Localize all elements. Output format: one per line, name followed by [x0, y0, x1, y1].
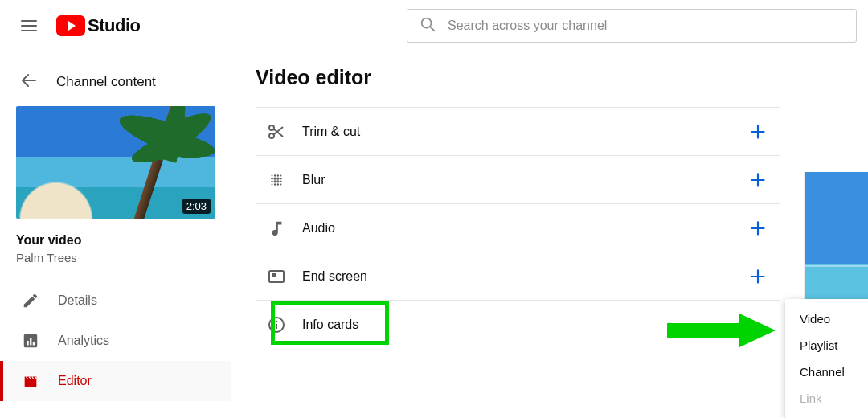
pencil-icon — [21, 291, 40, 310]
menu-item-playlist[interactable]: Playlist — [785, 332, 868, 359]
row-label: Trim & cut — [302, 125, 360, 139]
back-to-channel-content[interactable]: Channel content — [0, 66, 231, 98]
sidebar-item-editor[interactable]: Editor — [0, 361, 231, 401]
logo-text: Studio — [88, 15, 140, 36]
app-header: Studio — [0, 0, 868, 51]
row-blur[interactable]: Blur — [256, 156, 780, 204]
sidebar-item-label: Details — [58, 293, 97, 308]
svg-point-11 — [274, 174, 276, 176]
svg-point-13 — [280, 174, 282, 176]
sidebar: Channel content 2:03 Your video Palm Tre… — [0, 51, 231, 418]
svg-point-18 — [271, 180, 272, 182]
video-title: Palm Trees — [16, 251, 215, 264]
svg-point-10 — [272, 174, 273, 176]
row-audio[interactable]: Audio — [256, 204, 780, 252]
svg-point-17 — [280, 177, 281, 178]
search-icon — [419, 15, 436, 36]
menu-item-channel[interactable]: Channel — [785, 359, 868, 385]
back-label: Channel content — [56, 74, 156, 90]
music-note-icon — [265, 217, 288, 240]
search-field[interactable] — [407, 9, 857, 43]
svg-point-16 — [276, 177, 279, 179]
video-duration: 2:03 — [182, 199, 211, 214]
add-blur-button[interactable] — [747, 170, 768, 191]
editor-rows: Trim & cut Blur — [256, 107, 780, 349]
your-video-label: Your video — [16, 233, 215, 248]
add-audio-button[interactable] — [747, 218, 768, 239]
sidebar-item-label: Analytics — [58, 334, 109, 348]
clapper-icon — [21, 371, 40, 391]
studio-logo[interactable]: Studio — [56, 15, 140, 36]
sidebar-item-analytics[interactable]: Analytics — [0, 321, 231, 361]
search-input[interactable] — [448, 18, 845, 33]
menu-item-video[interactable]: Video — [785, 305, 868, 332]
row-label: Audio — [302, 221, 335, 236]
svg-point-21 — [280, 180, 281, 182]
end-screen-icon — [265, 265, 288, 288]
svg-point-12 — [277, 174, 279, 176]
info-cards-menu: Video Playlist Channel Link — [785, 299, 868, 418]
menu-icon[interactable] — [13, 10, 45, 42]
info-icon — [265, 314, 288, 336]
row-label: Blur — [302, 173, 325, 187]
sidebar-nav: Details Analytics Editor — [0, 281, 231, 401]
sidebar-item-details[interactable]: Details — [0, 281, 231, 321]
svg-rect-30 — [276, 324, 277, 329]
svg-point-20 — [276, 180, 279, 182]
arrow-left-icon — [19, 71, 39, 94]
main-content: Video editor Trim & cut — [231, 51, 868, 418]
bar-chart-icon — [21, 331, 40, 350]
add-end-screen-button[interactable] — [747, 266, 768, 287]
svg-point-14 — [271, 177, 272, 178]
svg-line-1 — [430, 27, 434, 31]
svg-point-25 — [280, 183, 282, 185]
row-label: End screen — [302, 269, 367, 284]
svg-point-29 — [276, 321, 278, 323]
svg-point-19 — [274, 180, 276, 182]
svg-rect-4 — [30, 338, 31, 345]
row-trim-cut[interactable]: Trim & cut — [256, 108, 780, 156]
svg-rect-3 — [27, 341, 28, 346]
svg-rect-27 — [272, 273, 276, 277]
row-label: Info cards — [302, 318, 358, 332]
page-title: Video editor — [256, 66, 868, 89]
svg-point-15 — [274, 177, 276, 179]
svg-point-23 — [274, 183, 276, 185]
svg-rect-5 — [33, 342, 35, 346]
svg-point-22 — [272, 183, 273, 185]
row-end-screen[interactable]: End screen — [256, 252, 780, 301]
scissors-icon — [265, 121, 288, 143]
add-trim-button[interactable] — [747, 121, 768, 142]
video-thumbnail[interactable]: 2:03 — [0, 98, 231, 219]
blur-icon — [265, 169, 288, 191]
svg-point-24 — [277, 183, 279, 185]
menu-item-link: Link — [785, 385, 868, 412]
sidebar-item-label: Editor — [58, 374, 92, 388]
youtube-play-icon — [56, 15, 85, 36]
row-info-cards[interactable]: Info cards — [256, 301, 780, 349]
